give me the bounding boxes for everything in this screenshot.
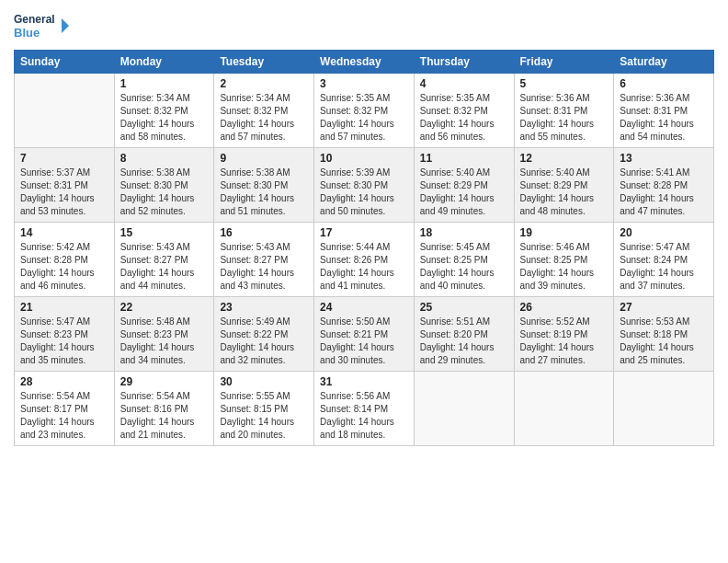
cell-text: Sunrise: 5:40 AM Sunset: 8:29 PM Dayligh… (420, 167, 508, 218)
cell-text: Sunrise: 5:47 AM Sunset: 8:23 PM Dayligh… (20, 316, 108, 367)
cell-text: Sunrise: 5:51 AM Sunset: 8:20 PM Dayligh… (420, 316, 508, 367)
calendar-cell: 14Sunrise: 5:42 AM Sunset: 8:28 PM Dayli… (15, 223, 115, 297)
header: General Blue (14, 9, 714, 42)
cell-text: Sunrise: 5:36 AM Sunset: 8:31 PM Dayligh… (620, 92, 708, 144)
calendar-cell: 16Sunrise: 5:43 AM Sunset: 8:27 PM Dayli… (214, 223, 314, 297)
week-row-3: 14Sunrise: 5:42 AM Sunset: 8:28 PM Dayli… (15, 223, 714, 297)
svg-text:General: General (14, 13, 55, 26)
day-header-monday: Monday (114, 51, 214, 74)
calendar-cell (15, 74, 115, 148)
cell-text: Sunrise: 5:38 AM Sunset: 8:30 PM Dayligh… (120, 167, 209, 218)
calendar-cell: 15Sunrise: 5:43 AM Sunset: 8:27 PM Dayli… (114, 223, 214, 297)
date-number: 14 (20, 226, 108, 239)
day-header-friday: Friday (514, 51, 614, 74)
calendar-cell: 18Sunrise: 5:45 AM Sunset: 8:25 PM Dayli… (414, 223, 514, 297)
calendar-cell: 9Sunrise: 5:38 AM Sunset: 8:30 PM Daylig… (214, 148, 314, 223)
day-header-tuesday: Tuesday (214, 51, 314, 74)
calendar-cell: 6Sunrise: 5:36 AM Sunset: 8:31 PM Daylig… (614, 74, 714, 148)
cell-text: Sunrise: 5:43 AM Sunset: 8:27 PM Dayligh… (220, 241, 308, 293)
date-number: 29 (120, 375, 209, 388)
date-number: 30 (220, 375, 308, 388)
cell-text: Sunrise: 5:55 AM Sunset: 8:15 PM Dayligh… (220, 390, 308, 442)
calendar-cell: 8Sunrise: 5:38 AM Sunset: 8:30 PM Daylig… (114, 148, 214, 223)
cell-text: Sunrise: 5:50 AM Sunset: 8:21 PM Dayligh… (320, 316, 408, 367)
calendar-cell: 10Sunrise: 5:39 AM Sunset: 8:30 PM Dayli… (314, 148, 415, 223)
date-number: 12 (520, 152, 609, 165)
date-number: 24 (320, 301, 408, 314)
date-number: 19 (520, 226, 609, 239)
cell-text: Sunrise: 5:56 AM Sunset: 8:14 PM Dayligh… (320, 390, 408, 442)
calendar-cell: 3Sunrise: 5:35 AM Sunset: 8:32 PM Daylig… (314, 74, 415, 148)
day-header-saturday: Saturday (614, 51, 714, 74)
date-number: 28 (20, 375, 108, 388)
date-number: 15 (120, 226, 209, 239)
date-number: 25 (420, 301, 508, 314)
calendar-cell: 4Sunrise: 5:35 AM Sunset: 8:32 PM Daylig… (414, 74, 514, 148)
cell-text: Sunrise: 5:45 AM Sunset: 8:25 PM Dayligh… (420, 241, 508, 293)
calendar-table: SundayMondayTuesdayWednesdayThursdayFrid… (14, 50, 714, 446)
logo-svg: General Blue (14, 9, 69, 42)
week-row-4: 21Sunrise: 5:47 AM Sunset: 8:23 PM Dayli… (15, 297, 714, 372)
date-number: 13 (620, 152, 708, 165)
cell-text: Sunrise: 5:35 AM Sunset: 8:32 PM Dayligh… (420, 92, 508, 144)
calendar-cell: 24Sunrise: 5:50 AM Sunset: 8:21 PM Dayli… (314, 297, 415, 372)
cell-text: Sunrise: 5:54 AM Sunset: 8:16 PM Dayligh… (120, 390, 209, 442)
calendar-cell: 27Sunrise: 5:53 AM Sunset: 8:18 PM Dayli… (614, 297, 714, 372)
week-row-1: 1Sunrise: 5:34 AM Sunset: 8:32 PM Daylig… (15, 74, 714, 148)
calendar-cell: 11Sunrise: 5:40 AM Sunset: 8:29 PM Dayli… (414, 148, 514, 223)
date-number: 8 (120, 152, 209, 165)
date-number: 11 (420, 152, 508, 165)
calendar-cell: 31Sunrise: 5:56 AM Sunset: 8:14 PM Dayli… (314, 372, 415, 446)
page: General Blue SundayMondayTuesdayWednesda… (0, 0, 728, 563)
date-number: 17 (320, 226, 408, 239)
logo: General Blue (14, 9, 69, 42)
date-number: 2 (220, 77, 308, 90)
date-number: 9 (220, 152, 308, 165)
calendar-cell: 28Sunrise: 5:54 AM Sunset: 8:17 PM Dayli… (15, 372, 115, 446)
date-number: 21 (20, 301, 108, 314)
week-row-2: 7Sunrise: 5:37 AM Sunset: 8:31 PM Daylig… (15, 148, 714, 223)
date-number: 16 (220, 226, 308, 239)
cell-text: Sunrise: 5:36 AM Sunset: 8:31 PM Dayligh… (520, 92, 609, 144)
svg-marker-2 (62, 18, 69, 33)
calendar-cell: 25Sunrise: 5:51 AM Sunset: 8:20 PM Dayli… (414, 297, 514, 372)
calendar-cell: 12Sunrise: 5:40 AM Sunset: 8:29 PM Dayli… (514, 148, 614, 223)
day-header-thursday: Thursday (414, 51, 514, 74)
cell-text: Sunrise: 5:42 AM Sunset: 8:28 PM Dayligh… (20, 241, 108, 293)
calendar-cell: 5Sunrise: 5:36 AM Sunset: 8:31 PM Daylig… (514, 74, 614, 148)
cell-text: Sunrise: 5:44 AM Sunset: 8:26 PM Dayligh… (320, 241, 408, 293)
calendar-cell: 13Sunrise: 5:41 AM Sunset: 8:28 PM Dayli… (614, 148, 714, 223)
date-number: 6 (620, 77, 708, 90)
date-number: 31 (320, 375, 408, 388)
cell-text: Sunrise: 5:40 AM Sunset: 8:29 PM Dayligh… (520, 167, 609, 218)
cell-text: Sunrise: 5:34 AM Sunset: 8:32 PM Dayligh… (220, 92, 308, 144)
cell-text: Sunrise: 5:46 AM Sunset: 8:25 PM Dayligh… (520, 241, 609, 293)
week-row-5: 28Sunrise: 5:54 AM Sunset: 8:17 PM Dayli… (15, 372, 714, 446)
calendar-cell (514, 372, 614, 446)
cell-text: Sunrise: 5:54 AM Sunset: 8:17 PM Dayligh… (20, 390, 108, 442)
calendar-cell: 7Sunrise: 5:37 AM Sunset: 8:31 PM Daylig… (15, 148, 115, 223)
calendar-cell: 19Sunrise: 5:46 AM Sunset: 8:25 PM Dayli… (514, 223, 614, 297)
cell-text: Sunrise: 5:38 AM Sunset: 8:30 PM Dayligh… (220, 167, 308, 218)
cell-text: Sunrise: 5:39 AM Sunset: 8:30 PM Dayligh… (320, 167, 408, 218)
cell-text: Sunrise: 5:48 AM Sunset: 8:23 PM Dayligh… (120, 316, 209, 367)
calendar-cell: 30Sunrise: 5:55 AM Sunset: 8:15 PM Dayli… (214, 372, 314, 446)
date-number: 23 (220, 301, 308, 314)
svg-text:Blue: Blue (14, 26, 40, 40)
date-number: 1 (120, 77, 209, 90)
date-number: 20 (620, 226, 708, 239)
day-header-sunday: Sunday (15, 51, 115, 74)
cell-text: Sunrise: 5:47 AM Sunset: 8:24 PM Dayligh… (620, 241, 708, 293)
date-number: 3 (320, 77, 408, 90)
calendar-cell: 29Sunrise: 5:54 AM Sunset: 8:16 PM Dayli… (114, 372, 214, 446)
date-number: 18 (420, 226, 508, 239)
day-header-wednesday: Wednesday (314, 51, 415, 74)
calendar-cell: 20Sunrise: 5:47 AM Sunset: 8:24 PM Dayli… (614, 223, 714, 297)
cell-text: Sunrise: 5:52 AM Sunset: 8:19 PM Dayligh… (520, 316, 609, 367)
date-number: 7 (20, 152, 108, 165)
calendar-cell: 26Sunrise: 5:52 AM Sunset: 8:19 PM Dayli… (514, 297, 614, 372)
calendar-cell: 23Sunrise: 5:49 AM Sunset: 8:22 PM Dayli… (214, 297, 314, 372)
calendar-cell: 17Sunrise: 5:44 AM Sunset: 8:26 PM Dayli… (314, 223, 415, 297)
date-number: 27 (620, 301, 708, 314)
calendar-cell: 21Sunrise: 5:47 AM Sunset: 8:23 PM Dayli… (15, 297, 115, 372)
